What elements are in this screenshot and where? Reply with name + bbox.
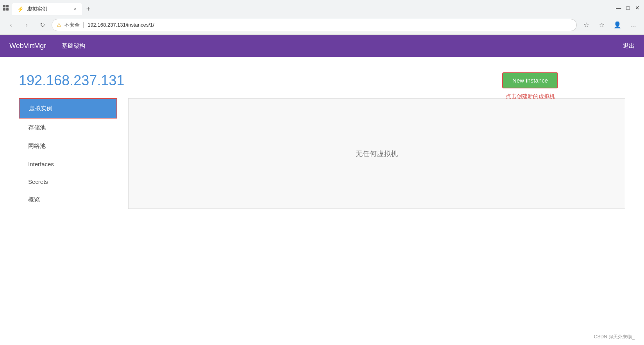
sidebar-item-active-wrap: 虚拟实例 (19, 98, 128, 119)
new-tab-button[interactable]: + (82, 3, 95, 15)
hint-text: 点击创建新的虚拟机 (506, 93, 555, 100)
tab-title: 虚拟实例 (27, 5, 47, 13)
title-bar: ⚡ 虚拟实例 × + — □ ✕ (0, 0, 644, 16)
sidebar-item-network[interactable]: 网络池 (19, 137, 128, 155)
main-layout: 虚拟实例 存储池 网络池 Interfaces Secrets 概览 无任何虚拟… (19, 98, 625, 209)
minimize-button[interactable]: — (615, 4, 622, 11)
forward-button[interactable]: › (20, 19, 33, 31)
security-label: 不安全 (64, 22, 80, 29)
active-tab[interactable]: ⚡ 虚拟实例 × (12, 3, 82, 15)
sidebar-item-vm-instances[interactable]: 虚拟实例 (20, 99, 62, 118)
more-options-icon[interactable]: … (627, 19, 639, 31)
sidebar-item-overview[interactable]: 概览 (19, 190, 128, 209)
favorites-icon[interactable]: ☆ (580, 19, 592, 31)
page-content: 192.168.237.131 New Instance 点击创建新的虚拟机 虚… (0, 57, 644, 225)
tab-favicon: ⚡ (17, 6, 24, 12)
logout-button[interactable]: 退出 (623, 42, 635, 50)
sidebar: 虚拟实例 存储池 网络池 Interfaces Secrets 概览 (19, 98, 128, 209)
url-text: 192.168.237.131/instances/1/ (88, 22, 154, 28)
empty-message: 无任何虚拟机 (356, 149, 398, 158)
collections-icon[interactable]: ☆ (596, 19, 608, 31)
sidebar-toggle-icon[interactable] (3, 5, 9, 11)
address-separator: | (83, 22, 84, 29)
tab-close-button[interactable]: × (74, 6, 77, 12)
address-input[interactable]: ⚠ 不安全 | 192.168.237.131/instances/1/ (52, 19, 577, 31)
profile-icon[interactable]: 👤 (611, 19, 624, 31)
sidebar-item-storage[interactable]: 存储池 (19, 119, 128, 137)
sidebar-item-active-ext (62, 99, 116, 118)
window-controls: — □ ✕ (615, 4, 641, 11)
security-warning-icon: ⚠ (57, 22, 61, 28)
sidebar-item-secrets[interactable]: Secrets (19, 173, 128, 190)
toolbar-right: ☆ ☆ 👤 … (580, 19, 639, 31)
action-area: New Instance 点击创建新的虚拟机 (502, 72, 558, 100)
page-footer: CSDN @天外来物_ (594, 334, 635, 340)
address-bar: ‹ › ↻ ⚠ 不安全 | 192.168.237.131/instances/… (0, 16, 644, 34)
app-logo: WebVirtMgr (9, 42, 46, 50)
nav-item-infrastructure[interactable]: 基础架构 (59, 41, 88, 51)
footer-text: CSDN @天外来物_ (594, 334, 635, 340)
reload-button[interactable]: ↻ (36, 19, 48, 31)
content-area: 无任何虚拟机 (128, 98, 625, 209)
back-button[interactable]: ‹ (5, 19, 17, 31)
maximize-button[interactable]: □ (624, 4, 631, 11)
app-header: WebVirtMgr 基础架构 退出 (0, 35, 644, 57)
tab-bar: ⚡ 虚拟实例 × + (12, 0, 612, 15)
sidebar-item-highlight-border: 虚拟实例 (19, 98, 117, 119)
close-button[interactable]: ✕ (634, 4, 641, 11)
new-instance-button[interactable]: New Instance (502, 72, 558, 88)
sidebar-item-interfaces[interactable]: Interfaces (19, 155, 128, 173)
browser-chrome: ⚡ 虚拟实例 × + — □ ✕ ‹ › ↻ ⚠ 不安全 | 192.168.2… (0, 0, 644, 35)
